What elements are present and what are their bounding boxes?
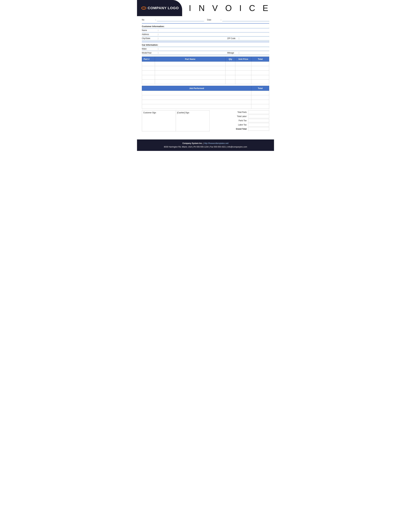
job-row-3-total <box>252 100 269 104</box>
date-label: Date <box>207 19 220 21</box>
job-row-4-job <box>142 104 252 109</box>
car-info-title: Car Information: <box>142 44 269 46</box>
parts-row-4 <box>142 75 269 80</box>
city-state-label: City/State <box>142 37 158 39</box>
date-value-line <box>223 18 269 21</box>
make-field: Make : <box>142 47 269 50</box>
footer-website[interactable]: http://freewordtemplates.net/ <box>204 142 229 144</box>
signatures: Customer Sign [Cashier] Sign <box>142 110 210 131</box>
no-date-row: No : Date : <box>142 18 269 22</box>
job-row-3 <box>142 100 269 104</box>
parts-header-unit: Unit Price <box>235 57 252 62</box>
customer-sign-block: Customer Sign <box>142 110 176 131</box>
total-parts-row: Total Parts <box>213 110 269 114</box>
parts-row-4-part <box>142 75 155 80</box>
job-row-4 <box>142 104 269 109</box>
customer-info-rows: Name : Address : City/State : ZIP Code : <box>142 28 269 40</box>
parts-row-4-unit <box>235 75 252 80</box>
logo-text: COMPANY LOGO <box>148 6 179 10</box>
city-zip-row: City/State : ZIP Code : <box>142 37 269 40</box>
labor-tax-row: Labor Tax <box>213 123 269 127</box>
parts-header-total: Total <box>252 57 269 62</box>
no-colon: : <box>155 19 156 21</box>
parts-row-1-unit <box>235 62 252 66</box>
parts-row-5-total <box>252 80 269 84</box>
parts-row-1-total <box>252 62 269 66</box>
parts-row-5-name <box>155 80 226 84</box>
parts-row-5-unit <box>235 80 252 84</box>
parts-table-header-row: Part # Part Name Qty Unit Price Total <box>142 57 269 62</box>
zip-field: ZIP Code : <box>227 37 269 40</box>
labor-tax-value <box>248 123 269 127</box>
total-parts-value <box>248 110 269 114</box>
parts-row-2-part <box>142 66 155 71</box>
address-label: Address <box>142 33 158 36</box>
footer: Company System Inc. | http://freewordtem… <box>137 139 274 151</box>
date-field: Date : <box>207 18 269 21</box>
parts-row-3-qty <box>226 71 235 75</box>
no-field: No : <box>142 18 204 21</box>
parts-row-3 <box>142 71 269 75</box>
job-row-2 <box>142 95 269 100</box>
total-labor-row: Total Labor <box>213 115 269 118</box>
date-colon: : <box>221 19 221 21</box>
job-row-3-job <box>142 100 252 104</box>
make-row: Make : <box>142 47 269 51</box>
total-labor-label: Total Labor <box>213 115 248 117</box>
totals-section: Total Parts Total Labor Parts Tax Labor … <box>213 110 269 131</box>
job-header-total: Total <box>252 86 269 91</box>
name-field: Name : <box>142 29 269 32</box>
labor-tax-label: Labor Tax <box>213 124 248 126</box>
parts-row-4-total <box>252 75 269 80</box>
job-row-1 <box>142 91 269 95</box>
model-year-label: Model/Year <box>142 52 158 54</box>
job-header-job: Job Performed <box>142 86 252 91</box>
parts-row-2-qty <box>226 66 235 71</box>
parts-row-1-part <box>142 62 155 66</box>
parts-row-3-unit <box>235 71 252 75</box>
parts-tax-value <box>248 119 269 122</box>
svg-point-1 <box>141 7 145 9</box>
parts-row-1-qty <box>226 62 235 66</box>
job-row-4-total <box>252 104 269 109</box>
job-row-1-job <box>142 91 252 95</box>
parts-row-2-name <box>155 66 226 71</box>
zip-code-label: ZIP Code <box>227 37 239 39</box>
address-row: Address : <box>142 32 269 37</box>
model-mileage-row: Model/Year : Mileage : <box>142 51 269 55</box>
car-info-rows: Make : Model/Year : Mileage : <box>142 47 269 55</box>
no-label: No <box>142 19 155 21</box>
parts-row-3-name <box>155 71 226 75</box>
total-parts-label: Total Parts <box>213 111 248 113</box>
parts-row-2-total <box>252 66 269 71</box>
parts-header-part: Part # <box>142 57 155 62</box>
company-logo: COMPANY LOGO <box>140 6 179 10</box>
footer-company: Company System Inc. <box>182 142 203 144</box>
make-label: Make <box>142 48 158 50</box>
parts-header-qty: Qty <box>226 57 235 62</box>
job-header-row: Job Performed Total <box>142 86 269 91</box>
name-row: Name : <box>142 28 269 32</box>
grand-total-label: Grand Total <box>213 128 248 130</box>
name-label: Name <box>142 29 158 31</box>
invoice-title-area: I N V O I C E <box>182 0 274 16</box>
parts-header-name: Part Name <box>155 57 226 62</box>
divider-1 <box>142 23 269 24</box>
header: COMPANY LOGO I N V O I C E <box>137 0 274 16</box>
model-year-field: Model/Year : <box>142 51 227 55</box>
parts-row-2 <box>142 66 269 71</box>
parts-tax-label: Parts Tax <box>213 119 248 122</box>
parts-row-1 <box>142 62 269 66</box>
job-table: Job Performed Total <box>142 86 269 109</box>
content-area: No : Date : Customer Information: Name :… <box>137 18 274 136</box>
customer-info-title: Customer Information: <box>142 25 269 28</box>
job-row-1-total <box>252 91 269 95</box>
parts-row-3-part <box>142 71 155 75</box>
city-state-field: City/State : <box>142 37 227 40</box>
footer-address: 8030 Harrington Rd, Miami, USA | Ph 555-… <box>140 145 271 149</box>
job-row-2-job <box>142 95 252 100</box>
parts-row-2-unit <box>235 66 252 71</box>
parts-tax-row: Parts Tax <box>213 119 269 122</box>
address-field: Address : <box>142 33 269 36</box>
cashier-sign-block: [Cashier] Sign <box>176 110 210 131</box>
